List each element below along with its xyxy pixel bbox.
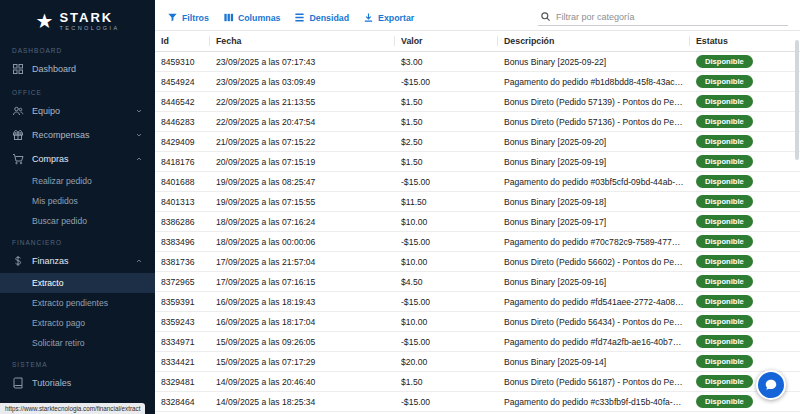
status-badge: Disponible: [696, 55, 753, 68]
sidebar-item-label: Finanzas: [32, 256, 127, 266]
cell-descripcion: Pagamento do pedido #fd74a2fb-ae16-40b7-…: [498, 332, 690, 352]
table-row[interactable]: 833497115/09/2025 a las 09:26:05-$15.00P…: [155, 332, 800, 352]
logo-subtitle: TECNOLOGIA: [59, 25, 119, 31]
sidebar-item-extracto[interactable]: Extracto: [0, 273, 155, 293]
table-row[interactable]: 845931023/09/2025 a las 07:17:43$3.00Bon…: [155, 52, 800, 72]
status-badge: Disponible: [696, 375, 753, 388]
cell-descripcion: Pagamento do pedido #c33bfb9f-d15b-40fa-…: [498, 392, 690, 412]
table-row[interactable]: 835939116/09/2025 a las 18:19:43-$15.00P…: [155, 292, 800, 312]
density-icon: [294, 12, 305, 23]
status-badge: Disponible: [696, 215, 753, 228]
cell-fecha: 16/09/2025 a las 18:19:43: [210, 292, 395, 312]
cell-fecha: 21/09/2025 a las 07:15:22: [210, 132, 395, 152]
sidebar-item-extracto-pago[interactable]: Extracto pago: [0, 313, 155, 333]
sidebar-item-label: Dashboard: [32, 64, 143, 74]
cell-estatus: Disponible: [690, 232, 800, 252]
status-badge: Disponible: [696, 195, 753, 208]
table-row[interactable]: 840168819/09/2025 a las 08:25:47-$15.00P…: [155, 172, 800, 192]
sidebar: ★ STARK TECNOLOGIA DASHBOARD Dashboard O…: [0, 0, 155, 414]
table-row[interactable]: 838349618/09/2025 a las 00:00:06-$15.00P…: [155, 232, 800, 252]
filters-button[interactable]: Filtros: [167, 12, 209, 23]
cell-estatus: Disponible: [690, 132, 800, 152]
header-descripcion[interactable]: Descripción: [498, 31, 690, 52]
table-row[interactable]: 845492423/09/2025 a las 03:09:49-$15.00P…: [155, 72, 800, 92]
section-financiero: FINANCIERO: [0, 231, 155, 249]
cell-fecha: 22/09/2025 a las 21:13:55: [210, 92, 395, 112]
table-row[interactable]: 838628618/09/2025 a las 07:16:24$10.00Bo…: [155, 212, 800, 232]
cell-estatus: Disponible: [690, 272, 800, 292]
export-button[interactable]: Exportar: [363, 12, 414, 23]
sidebar-item-label: Compras: [32, 154, 127, 164]
cell-estatus: Disponible: [690, 392, 800, 412]
cell-descripcion: Pagamento do pedido #70c782c9-7589-477a-…: [498, 232, 690, 252]
cell-fecha: 19/09/2025 a las 08:25:47: [210, 172, 395, 192]
sidebar-item-solicitar-retiro[interactable]: Solicitar retiro: [0, 333, 155, 353]
table-row[interactable]: 844654222/09/2025 a las 21:13:55$1.50Bon…: [155, 92, 800, 112]
sidebar-item-dashboard[interactable]: Dashboard: [0, 57, 155, 81]
status-badge: Disponible: [696, 395, 753, 408]
cell-id: 8446283: [155, 112, 210, 132]
sidebar-item-mis-pedidos[interactable]: Mis pedidos: [0, 191, 155, 211]
table-row[interactable]: 844628322/09/2025 a las 20:47:54$1.50Bon…: [155, 112, 800, 132]
density-button[interactable]: Densidad: [294, 12, 349, 23]
cell-estatus: Disponible: [690, 52, 800, 72]
sidebar-item-tutoriales[interactable]: Tutoriales: [0, 371, 155, 395]
cell-descripcion: Bonus Binary [2025-09-20]: [498, 132, 690, 152]
header-valor[interactable]: Valor: [395, 31, 498, 52]
cell-id: 8446542: [155, 92, 210, 112]
table-row[interactable]: 832846414/09/2025 a las 18:25:34-$15.00P…: [155, 392, 800, 412]
filters-label: Filtros: [182, 13, 209, 23]
table-row[interactable]: 832948114/09/2025 a las 20:46:40$1.50Bon…: [155, 372, 800, 392]
status-badge: Disponible: [696, 75, 753, 88]
export-label: Exportar: [378, 13, 414, 23]
cell-fecha: 17/09/2025 a las 07:16:15: [210, 272, 395, 292]
book-icon: [12, 377, 24, 389]
scrollbar[interactable]: [795, 40, 799, 160]
cell-descripcion: Bonus Binary [2025-09-18]: [498, 192, 690, 212]
sidebar-item-label: Tutoriales: [32, 378, 143, 388]
sidebar-item-buscar-pedido[interactable]: Buscar pedido: [0, 211, 155, 231]
sidebar-item-recompensas[interactable]: Recompensas: [0, 123, 155, 147]
cell-valor: $10.00: [395, 212, 498, 232]
cell-descripcion: Bonus Direto (Pedido 57139) - Pontos do …: [498, 92, 690, 112]
sidebar-item-finanzas[interactable]: Finanzas: [0, 249, 155, 273]
cell-id: 8401688: [155, 172, 210, 192]
header-estatus[interactable]: Estatus: [690, 31, 800, 52]
search-input[interactable]: [556, 12, 786, 22]
header-fecha[interactable]: Fecha: [210, 31, 395, 52]
table-row[interactable]: 840131319/09/2025 a las 07:15:55$11.50Bo…: [155, 192, 800, 212]
chat-fab-button[interactable]: [756, 370, 786, 400]
table-row[interactable]: 842940921/09/2025 a las 07:15:22$2.50Bon…: [155, 132, 800, 152]
cell-id: 8429409: [155, 132, 210, 152]
sidebar-item-equipo[interactable]: Equipo: [0, 99, 155, 123]
cell-estatus: Disponible: [690, 352, 800, 372]
section-sistema: SISTEMA: [0, 353, 155, 371]
search-icon: [540, 11, 551, 22]
table-header-row: Id Fecha Valor Descripción Estatus: [155, 31, 800, 52]
sidebar-item-realizar-pedido[interactable]: Realizar pedido: [0, 171, 155, 191]
columns-button[interactable]: Columnas: [223, 12, 281, 23]
sidebar-item-compras[interactable]: Compras: [0, 147, 155, 171]
cell-valor: $11.50: [395, 192, 498, 212]
table-row[interactable]: 835924316/09/2025 a las 18:17:04$10.00Bo…: [155, 312, 800, 332]
cell-id: 8418176: [155, 152, 210, 172]
sidebar-item-extracto-pendientes[interactable]: Extracto pendientes: [0, 293, 155, 313]
cell-descripcion: Bonus Binary [2025-09-19]: [498, 152, 690, 172]
table-row[interactable]: 838173617/09/2025 a las 21:57:04$10.00Bo…: [155, 252, 800, 272]
table-row[interactable]: 837296517/09/2025 a las 07:16:15$4.50Bon…: [155, 272, 800, 292]
status-badge: Disponible: [696, 155, 753, 168]
gift-icon: [12, 129, 24, 141]
search-field: [538, 9, 788, 26]
header-id[interactable]: Id: [155, 31, 210, 52]
table-row[interactable]: 841817620/09/2025 a las 07:15:19$1.50Bon…: [155, 152, 800, 172]
cell-id: 8334421: [155, 352, 210, 372]
cell-valor: -$15.00: [395, 232, 498, 252]
table-row[interactable]: 833442115/09/2025 a las 07:17:29$20.00Bo…: [155, 352, 800, 372]
chevron-up-icon: [135, 155, 143, 163]
dashboard-icon: [12, 63, 24, 75]
cell-estatus: Disponible: [690, 152, 800, 172]
status-badge: Disponible: [696, 175, 753, 188]
cell-descripcion: Pagamento do pedido #03bf5cfd-09bd-44ab-…: [498, 172, 690, 192]
chevron-down-icon: [135, 107, 143, 115]
cell-id: 8359243: [155, 312, 210, 332]
